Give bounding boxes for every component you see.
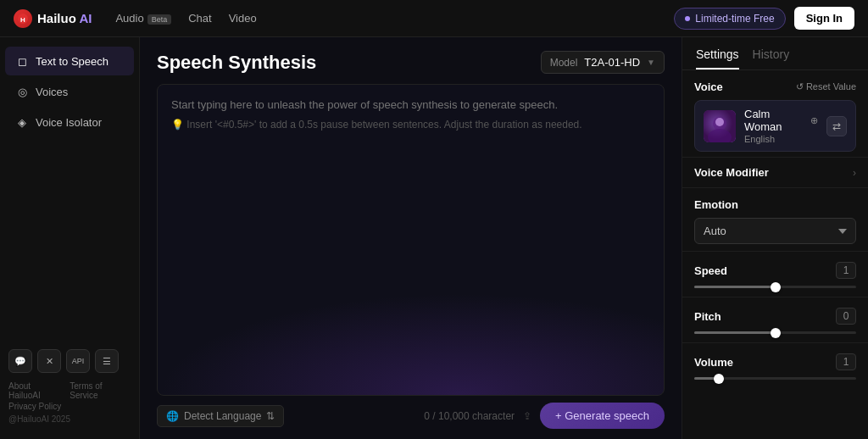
page-title: Speech Synthesis bbox=[157, 52, 316, 74]
pitch-header: Pitch 0 bbox=[694, 303, 856, 325]
sidebar-footer-links: About HailuoAI Terms of Service Privacy … bbox=[8, 381, 131, 424]
speed-title: Speed bbox=[694, 264, 727, 277]
svg-text:H: H bbox=[20, 15, 25, 23]
brand-name: Hailuo AI bbox=[37, 11, 92, 25]
about-link[interactable]: About HailuoAI bbox=[8, 381, 63, 400]
voice-modifier-title: Voice Modifier bbox=[694, 166, 769, 179]
sidebar-item-label-isolator: Voice Isolator bbox=[36, 116, 102, 129]
sidebar-social-links: 💬 ✕ API ☰ bbox=[8, 349, 131, 373]
menu-button[interactable]: ☰ bbox=[95, 349, 119, 373]
pitch-section: Pitch 0 bbox=[682, 297, 868, 342]
text-to-speech-icon: ◻ bbox=[15, 54, 29, 68]
model-label: Model bbox=[550, 57, 578, 69]
nav-right: Limited-time Free Sign In bbox=[674, 7, 854, 30]
x-twitter-button[interactable]: ✕ bbox=[37, 349, 61, 373]
speed-track bbox=[694, 286, 856, 288]
generate-speech-button[interactable]: + Generate speech bbox=[540, 403, 665, 429]
menu-icon: ☰ bbox=[103, 356, 111, 367]
voice-modifier-row[interactable]: Voice Modifier › bbox=[682, 157, 868, 187]
limited-dot-icon bbox=[685, 16, 690, 21]
brand-icon: H bbox=[14, 9, 32, 28]
detect-lang-label: Detect Language bbox=[184, 410, 261, 422]
voice-isolator-icon: ◈ bbox=[15, 115, 29, 129]
speech-textarea-container: 💡 Insert '<#0.5#>' to add a 0.5s pause b… bbox=[157, 84, 665, 396]
textarea-footer: 🌐 Detect Language ⇅ 0 / 10,000 character… bbox=[140, 396, 682, 439]
model-chevron-icon: ▼ bbox=[647, 58, 655, 67]
nav-audio[interactable]: AudioBeta bbox=[115, 12, 171, 25]
volume-section: Volume 1 bbox=[682, 342, 868, 388]
brand-logo-area: H Hailuo AI bbox=[14, 9, 92, 28]
emotion-title: Emotion bbox=[694, 192, 856, 211]
tab-history[interactable]: History bbox=[753, 47, 790, 69]
pitch-thumb[interactable] bbox=[771, 328, 781, 338]
speed-thumb[interactable] bbox=[771, 282, 781, 292]
right-panel: Settings History Voice ↺ Reset Value bbox=[682, 37, 868, 439]
volume-value: 1 bbox=[836, 353, 856, 370]
content-area: Speech Synthesis Model T2A-01-HD ▼ 💡 Ins… bbox=[140, 37, 682, 439]
volume-title: Volume bbox=[694, 356, 733, 369]
detect-lang-chevron-icon: ⇅ bbox=[266, 410, 275, 422]
volume-thumb[interactable] bbox=[714, 374, 724, 384]
pitch-value: 0 bbox=[836, 308, 856, 325]
globe-icon: 🌐 bbox=[166, 410, 179, 422]
sidebar-item-voices[interactable]: ◎ Voices bbox=[5, 77, 134, 106]
speed-fill bbox=[694, 286, 776, 288]
signin-button[interactable]: Sign In bbox=[794, 7, 854, 30]
voice-swap-button[interactable]: ⇄ bbox=[826, 116, 847, 136]
voice-card[interactable]: Calm Woman ⊕ English ⇄ bbox=[694, 100, 856, 152]
sidebar-item-text-to-speech[interactable]: ◻ Text to Speech bbox=[5, 47, 134, 75]
nav-video[interactable]: Video bbox=[229, 12, 257, 25]
copyright-text: @HailuoAI 2025 bbox=[8, 414, 131, 424]
voice-info: Calm Woman ⊕ English bbox=[744, 108, 818, 144]
nav-chat[interactable]: Chat bbox=[188, 12, 211, 25]
limited-time-label: Limited-time Free bbox=[695, 13, 774, 25]
speech-textarea[interactable] bbox=[158, 85, 664, 395]
voice-modifier-chevron-icon: › bbox=[853, 167, 856, 179]
emotion-section: Emotion Auto Happy Sad Angry Fearful Dis… bbox=[682, 187, 868, 251]
nav-items: AudioBeta Chat Video bbox=[115, 12, 256, 25]
api-icon: API bbox=[72, 357, 85, 365]
tab-settings[interactable]: Settings bbox=[696, 47, 739, 69]
detect-language-selector[interactable]: 🌐 Detect Language ⇅ bbox=[157, 405, 284, 427]
speech-header: Speech Synthesis Model T2A-01-HD ▼ bbox=[140, 37, 682, 84]
model-value: T2A-01-HD bbox=[584, 56, 640, 69]
discord-icon: 💬 bbox=[14, 356, 26, 367]
voice-section-title: Voice bbox=[694, 81, 723, 93]
char-count: 0 / 10,000 character bbox=[424, 410, 515, 422]
volume-header: Volume 1 bbox=[694, 348, 856, 370]
voice-section-header: Voice ↺ Reset Value bbox=[694, 81, 856, 93]
speed-header: Speed 1 bbox=[694, 257, 856, 279]
voice-name: Calm Woman ⊕ bbox=[744, 108, 818, 133]
model-selector[interactable]: Model T2A-01-HD ▼ bbox=[541, 51, 665, 74]
audio-badge: Beta bbox=[147, 14, 172, 25]
sidebar-item-label-voices: Voices bbox=[36, 86, 68, 98]
sidebar-bottom: 💬 ✕ API ☰ About HailuoAI Terms of Servic… bbox=[0, 341, 139, 431]
svg-point-5 bbox=[715, 118, 724, 126]
reset-value-button[interactable]: ↺ Reset Value bbox=[796, 81, 856, 92]
voice-avatar bbox=[704, 110, 736, 142]
pitch-title: Pitch bbox=[694, 310, 721, 323]
limited-time-button[interactable]: Limited-time Free bbox=[674, 8, 785, 30]
terms-link[interactable]: Terms of Service bbox=[70, 381, 131, 400]
speed-section: Speed 1 bbox=[682, 251, 868, 297]
discord-button[interactable]: 💬 bbox=[8, 349, 32, 373]
sidebar-item-label-tts: Text to Speech bbox=[36, 55, 108, 68]
voice-lang: English bbox=[744, 134, 818, 144]
panel-tabs: Settings History bbox=[682, 37, 868, 70]
sidebar-item-voice-isolator[interactable]: ◈ Voice Isolator bbox=[5, 108, 134, 136]
volume-track bbox=[694, 377, 856, 380]
pitch-fill bbox=[694, 331, 776, 334]
main-layout: ◻ Text to Speech ◎ Voices ◈ Voice Isolat… bbox=[0, 37, 868, 439]
voice-copy-icon: ⊕ bbox=[810, 115, 818, 126]
x-icon: ✕ bbox=[46, 356, 53, 367]
voices-icon: ◎ bbox=[15, 85, 29, 98]
sidebar: ◻ Text to Speech ◎ Voices ◈ Voice Isolat… bbox=[0, 37, 140, 439]
emotion-select[interactable]: Auto Happy Sad Angry Fearful Disgusted S… bbox=[694, 218, 856, 244]
pitch-track bbox=[694, 331, 856, 334]
speed-value: 1 bbox=[836, 262, 856, 279]
privacy-link[interactable]: Privacy Policy bbox=[8, 402, 131, 411]
api-button[interactable]: API bbox=[66, 349, 90, 373]
share-icon[interactable]: ⇪ bbox=[523, 410, 531, 422]
voice-section: Voice ↺ Reset Value bbox=[682, 70, 868, 157]
top-navbar: H Hailuo AI AudioBeta Chat Video Limited… bbox=[0, 0, 868, 37]
